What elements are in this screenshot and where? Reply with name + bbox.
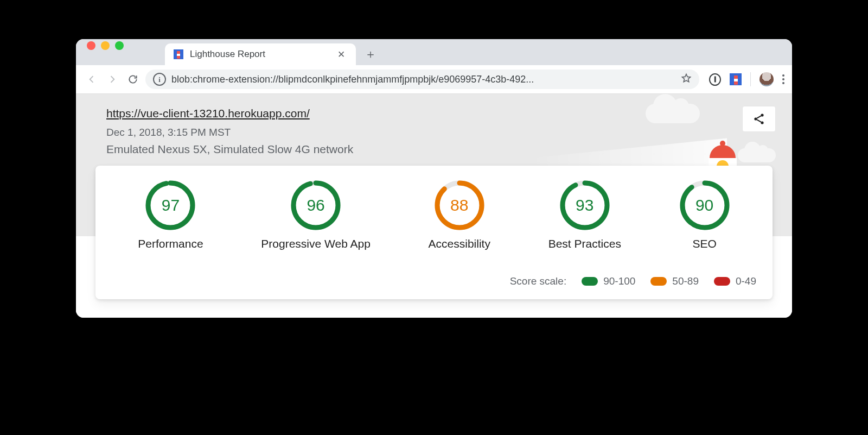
report-timestamp: Dec 1, 2018, 3:15 PM MST: [106, 127, 762, 138]
browser-window: Lighthouse Report ✕ ＋ blob:chrome-extens…: [76, 39, 792, 318]
svg-point-2: [761, 121, 763, 124]
extension-1-icon[interactable]: [709, 73, 721, 85]
scale-avg: 50-89: [650, 275, 699, 287]
gauge-value: 88: [434, 180, 485, 231]
gauge-label: Best Practices: [548, 237, 621, 250]
tab-lighthouse-report[interactable]: Lighthouse Report ✕: [165, 43, 356, 65]
gauge-value: 90: [679, 180, 730, 231]
score-scale: Score scale: 90-100 50-89 0-49: [112, 275, 756, 287]
close-window-icon[interactable]: [87, 41, 95, 50]
minimize-window-icon[interactable]: [101, 41, 110, 50]
score-scale-label: Score scale:: [510, 275, 567, 287]
scale-pass: 90-100: [582, 275, 635, 287]
scale-pass-text: 90-100: [603, 275, 635, 287]
new-tab-button[interactable]: ＋: [361, 45, 380, 64]
gauge-label: Progressive Web App: [261, 237, 371, 250]
lighthouse-extension-icon[interactable]: [730, 73, 742, 85]
gauge-performance[interactable]: 97Performance: [138, 180, 203, 250]
gauge-label: Performance: [138, 237, 203, 250]
window-controls: [82, 39, 165, 65]
bookmark-icon[interactable]: [681, 73, 692, 86]
swatch-red-icon: [714, 277, 730, 286]
fullscreen-window-icon[interactable]: [115, 41, 124, 50]
gauge-accessibility[interactable]: 88Accessibility: [429, 180, 490, 250]
gauge-ring: 96: [290, 180, 341, 231]
toolbar-separator: [750, 72, 751, 86]
forward-button[interactable]: [104, 71, 120, 87]
chrome-menu-icon[interactable]: [782, 74, 784, 84]
scale-fail: 0-49: [714, 275, 756, 287]
back-button[interactable]: [84, 71, 100, 87]
gauge-value: 96: [290, 180, 341, 231]
close-tab-icon[interactable]: ✕: [335, 49, 347, 60]
svg-point-0: [761, 114, 763, 116]
content-bg: [76, 299, 792, 318]
share-button[interactable]: [742, 106, 776, 132]
toolbar: blob:chrome-extension://blipmdconlkpinef…: [76, 65, 792, 94]
report-url-link[interactable]: https://vue-client-13210.herokuapp.com/: [106, 107, 310, 119]
gauge-pwa[interactable]: 96Progressive Web App: [261, 180, 371, 250]
tab-title: Lighthouse Report: [190, 49, 329, 60]
gauge-ring: 97: [145, 180, 196, 231]
scale-avg-text: 50-89: [672, 275, 699, 287]
swatch-green-icon: [582, 277, 598, 286]
svg-point-1: [754, 117, 757, 120]
gauge-label: SEO: [692, 237, 716, 250]
address-url: blob:chrome-extension://blipmdconlkpinef…: [171, 74, 675, 85]
score-gauges: 97Performance96Progressive Web App88Acce…: [112, 180, 756, 250]
toolbar-extensions: [704, 72, 784, 86]
gauge-value: 93: [559, 180, 610, 231]
score-card: 97Performance96Progressive Web App88Acce…: [95, 166, 773, 299]
address-bar[interactable]: blob:chrome-extension://blipmdconlkpinef…: [145, 70, 699, 89]
gauge-ring: 90: [679, 180, 730, 231]
profile-avatar[interactable]: [760, 72, 774, 86]
cloud-icon: [646, 104, 700, 123]
scale-fail-text: 0-49: [736, 275, 756, 287]
gauge-value: 97: [145, 180, 196, 231]
gauge-label: Accessibility: [429, 237, 490, 250]
reload-button[interactable]: [125, 71, 141, 87]
lighthouse-favicon-icon: [174, 49, 183, 59]
site-info-icon[interactable]: [153, 73, 166, 86]
tab-strip: Lighthouse Report ✕ ＋: [76, 39, 792, 65]
gauge-seo[interactable]: 90SEO: [679, 180, 730, 250]
swatch-orange-icon: [650, 277, 667, 286]
gauge-ring: 88: [434, 180, 485, 231]
gauge-best-practices[interactable]: 93Best Practices: [548, 180, 621, 250]
gauge-ring: 93: [559, 180, 610, 231]
